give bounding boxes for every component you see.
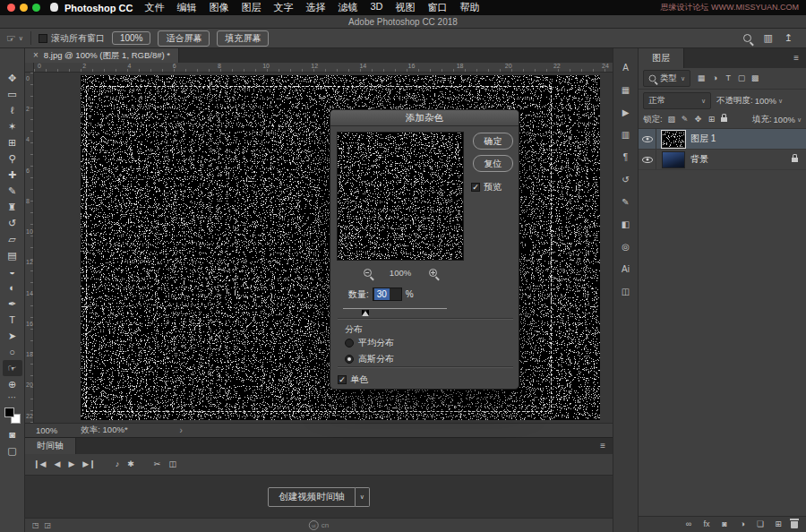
- search-icon[interactable]: [743, 34, 751, 42]
- go-to-next-frame-button[interactable]: ▶❙: [82, 460, 95, 468]
- play-button[interactable]: ▶: [68, 460, 74, 468]
- history-panel-icon[interactable]: ↺: [617, 173, 635, 186]
- brush-settings-panel-icon[interactable]: ✎: [617, 195, 635, 209]
- clone-stamp-tool[interactable]: ♜: [3, 199, 22, 215]
- quick-mask-button[interactable]: ◙: [3, 426, 22, 442]
- layers-panel-menu-icon[interactable]: ≡: [793, 54, 806, 63]
- menu-item[interactable]: 文件: [138, 1, 170, 14]
- zoom-level-field[interactable]: 100%: [36, 425, 57, 435]
- slider-thumb[interactable]: [362, 310, 369, 316]
- layer-row-layer1[interactable]: 图层 1: [639, 129, 806, 150]
- opacity-field[interactable]: 不透明度: 100% ∨: [716, 95, 783, 107]
- layers-tab[interactable]: 图层: [639, 48, 684, 68]
- audio-mute-button[interactable]: ♪: [116, 460, 120, 468]
- canvas-area[interactable]: [34, 73, 613, 423]
- tool-preset-picker[interactable]: ☞ ∨: [6, 33, 23, 44]
- menu-item[interactable]: 图像: [202, 1, 235, 14]
- workspace-switcher-icon[interactable]: ▥: [763, 33, 772, 43]
- edit-toolbar-button[interactable]: ⋯: [3, 392, 22, 403]
- gaussian-radio[interactable]: 高斯分布: [345, 353, 394, 365]
- timeline-settings-button[interactable]: ✱: [127, 460, 134, 468]
- libraries-panel-icon[interactable]: ◫: [617, 285, 635, 298]
- menu-item[interactable]: 滤镜: [331, 1, 364, 14]
- adjustments-panel-icon[interactable]: ▦: [617, 83, 635, 97]
- timeline-tab[interactable]: 时间轴: [25, 438, 76, 454]
- rectangular-marquee-tool[interactable]: ▭: [3, 86, 22, 102]
- layer-filter-dropdown[interactable]: 类型 ∨: [643, 70, 690, 87]
- link-layers-icon[interactable]: ∞: [683, 519, 694, 530]
- menu-item[interactable]: 文字: [267, 1, 299, 14]
- document-tab[interactable]: × 8.jpg @ 100% (图层 1, RGB/8#) *: [25, 48, 179, 63]
- zoom-in-icon[interactable]: [429, 269, 437, 277]
- screen-mode-button[interactable]: ▢: [3, 442, 22, 459]
- amount-slider[interactable]: [343, 305, 447, 315]
- zoom-tool[interactable]: ⊕: [3, 376, 22, 392]
- zoom-out-icon[interactable]: [364, 269, 372, 277]
- transition-button[interactable]: ◫: [168, 460, 176, 468]
- eraser-tool[interactable]: ▱: [3, 231, 22, 247]
- minimize-window-button[interactable]: [20, 4, 28, 12]
- apple-menu[interactable]: [48, 3, 63, 13]
- vertical-ruler[interactable]: 0246810121416182022: [25, 73, 34, 423]
- layer-row-background[interactable]: 背景: [639, 150, 806, 170]
- zoom-100-button[interactable]: 100%: [112, 31, 151, 45]
- color-panel-icon[interactable]: ◧: [617, 218, 635, 231]
- eyedropper-tool[interactable]: ⚲: [3, 150, 22, 167]
- reset-button[interactable]: 复位: [473, 155, 513, 172]
- adjustment-layer-icon[interactable]: ◑: [737, 519, 748, 530]
- filter-pixel-layers-icon[interactable]: ▦: [696, 73, 707, 84]
- lock-paint-icon[interactable]: ✎: [680, 114, 690, 125]
- foreground-color-swatch[interactable]: [4, 408, 14, 417]
- menu-item[interactable]: 编辑: [170, 1, 202, 14]
- quick-selection-tool[interactable]: ✶: [3, 118, 22, 134]
- fit-screen-button[interactable]: 适合屏幕: [158, 30, 210, 47]
- share-icon[interactable]: ↥: [785, 33, 793, 43]
- visibility-eye-icon[interactable]: [642, 157, 653, 163]
- go-to-previous-frame-button[interactable]: ◀: [54, 460, 60, 468]
- visibility-eye-icon[interactable]: [642, 136, 653, 142]
- monochromatic-checkbox[interactable]: ✓ 单色: [338, 373, 368, 386]
- dialog-titlebar[interactable]: 添加杂色: [330, 110, 519, 126]
- close-tab-icon[interactable]: ×: [33, 51, 39, 60]
- ai-panel-icon[interactable]: Ai: [617, 262, 635, 276]
- timeline-panel-menu-icon[interactable]: ≡: [600, 442, 613, 450]
- pen-tool[interactable]: ✒: [3, 296, 22, 312]
- timeline-view-large-icon[interactable]: ◲: [45, 522, 52, 529]
- preview-checkbox[interactable]: ✓ 预览: [471, 181, 502, 193]
- lasso-tool[interactable]: ℓ: [3, 102, 22, 118]
- fill-screen-button[interactable]: 填充屏幕: [217, 30, 269, 47]
- layer-style-icon[interactable]: fx: [701, 519, 712, 530]
- background-thumbnail[interactable]: [662, 151, 685, 168]
- create-video-timeline-button[interactable]: 创建视频时间轴 ∨: [268, 487, 370, 507]
- character-panel-icon[interactable]: A: [617, 61, 635, 74]
- new-layer-icon[interactable]: ⊞: [773, 519, 784, 530]
- blend-mode-dropdown[interactable]: 正常 ∨: [643, 92, 711, 109]
- menu-item[interactable]: 图层: [235, 1, 267, 14]
- horizontal-ruler[interactable]: 024681012141618202224: [34, 63, 613, 73]
- shape-tool[interactable]: ○: [3, 344, 22, 360]
- dodge-tool[interactable]: ◐: [3, 279, 22, 296]
- path-selection-tool[interactable]: ➤: [3, 328, 22, 344]
- amount-input[interactable]: 30: [373, 287, 402, 301]
- uniform-radio[interactable]: 平均分布: [345, 337, 394, 349]
- filter-shape-layers-icon[interactable]: ▢: [736, 73, 747, 84]
- noise-preview[interactable]: [337, 132, 464, 261]
- filter-type-layers-icon[interactable]: T: [723, 73, 733, 84]
- ok-button[interactable]: 确定: [473, 133, 513, 150]
- blur-tool[interactable]: ◒: [3, 263, 22, 279]
- menu-item[interactable]: 3D: [364, 1, 389, 14]
- menu-item[interactable]: 选择: [299, 1, 331, 14]
- fullscreen-window-button[interactable]: [32, 4, 40, 12]
- menu-item[interactable]: 视图: [389, 1, 421, 14]
- menu-item[interactable]: 窗口: [421, 1, 453, 14]
- filter-adjustment-layers-icon[interactable]: ◑: [709, 73, 720, 84]
- fill-field[interactable]: 填充: 100% ∨: [752, 114, 802, 125]
- menu-item[interactable]: 帮助: [453, 1, 485, 14]
- 3d-panel-icon[interactable]: ◎: [617, 240, 635, 253]
- add-mask-icon[interactable]: ◙: [719, 519, 730, 530]
- move-tool[interactable]: ✥: [3, 70, 22, 86]
- chevron-down-icon[interactable]: ∨: [356, 487, 370, 507]
- spot-healing-brush-tool[interactable]: ✚: [3, 167, 22, 183]
- lock-artboard-icon[interactable]: ⊞: [707, 114, 717, 125]
- lock-position-icon[interactable]: ✥: [693, 114, 704, 125]
